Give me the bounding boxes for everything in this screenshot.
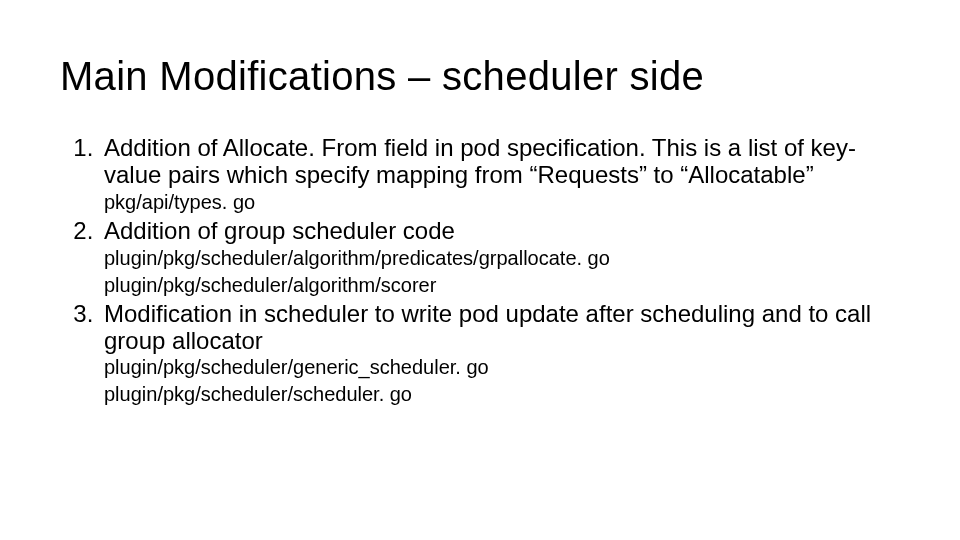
list-item: Addition of Allocate. From field in pod … [100,135,900,214]
list-item-text: Addition of Allocate. From field in pod … [104,134,856,188]
main-list: Addition of Allocate. From field in pod … [100,135,900,406]
slide: Main Modifications – scheduler side Addi… [0,0,960,540]
list-item-text: Modification in scheduler to write pod u… [104,300,871,354]
list-item: Modification in scheduler to write pod u… [100,301,900,407]
list-sub-text: plugin/pkg/scheduler/algorithm/scorer [104,274,900,297]
list-sub-text: plugin/pkg/scheduler/generic_scheduler. … [104,356,900,379]
list-sub-text: plugin/pkg/scheduler/algorithm/predicate… [104,247,900,270]
list-item: Addition of group scheduler code plugin/… [100,218,900,297]
list-sub-text: plugin/pkg/scheduler/scheduler. go [104,383,900,406]
slide-title: Main Modifications – scheduler side [60,55,900,97]
list-item-text: Addition of group scheduler code [104,217,455,244]
list-sub-text: pkg/api/types. go [104,191,900,214]
